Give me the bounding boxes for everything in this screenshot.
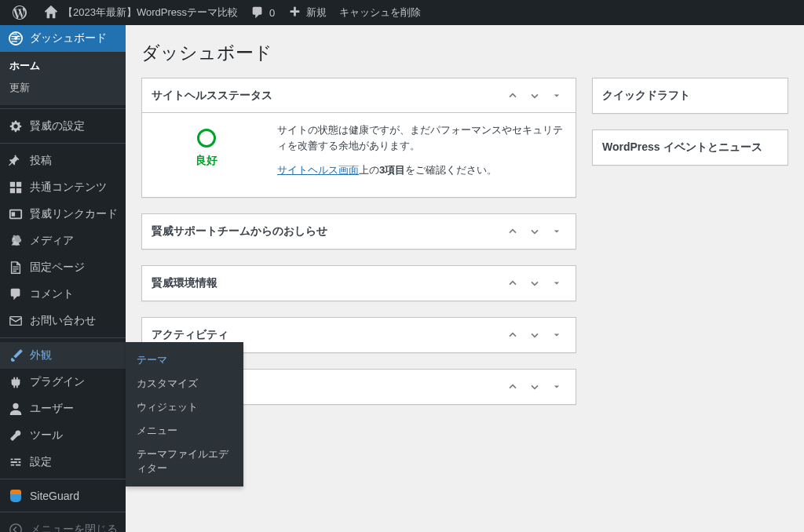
menu-label: 投稿 xyxy=(30,154,118,168)
postbox-actions xyxy=(503,377,566,396)
svg-point-10 xyxy=(13,403,18,409)
site-health-body: 良好 サイトの状態は健康ですが、まだパフォーマンスやセキュリティを改善する余地が… xyxy=(142,113,576,197)
flyout-themes[interactable]: テーマ xyxy=(126,348,243,372)
cache-label: キャッシュを削除 xyxy=(339,5,421,20)
menu-posts[interactable]: 投稿 xyxy=(0,148,126,174)
media-icon xyxy=(8,234,24,248)
postbox-title: 賢威サポートチームからのおしらせ xyxy=(152,224,503,239)
svg-rect-3 xyxy=(16,182,21,187)
postbox-actions xyxy=(503,326,566,344)
menu-users[interactable]: ユーザー xyxy=(0,395,126,422)
health-description: サイトの状態は健康ですが、まだパフォーマンスやセキュリティを改善する余地がありま… xyxy=(277,122,566,153)
menu-label: 賢威の設定 xyxy=(30,119,118,133)
menu-media[interactable]: メディア xyxy=(0,228,126,254)
postbox-quick-draft: クイックドラフト xyxy=(592,78,788,114)
new-label: 新規 xyxy=(306,5,327,20)
health-circle-icon xyxy=(197,129,216,148)
menu-separator xyxy=(0,105,126,109)
menu-label: ツール xyxy=(30,428,118,436)
svg-point-8 xyxy=(13,238,16,241)
toggle-button[interactable] xyxy=(547,274,566,293)
menu-label: メディア xyxy=(30,234,118,248)
user-icon xyxy=(8,402,24,416)
menu-separator xyxy=(0,140,126,144)
submenu-home[interactable]: ホーム xyxy=(0,55,126,77)
toggle-button[interactable] xyxy=(547,86,566,105)
menu-dashboard[interactable]: ダッシュボード xyxy=(0,25,126,52)
move-down-button[interactable] xyxy=(525,274,544,293)
postbox-keni-support: 賢威サポートチームからのおしらせ xyxy=(141,213,576,250)
postbox-site-health: サイトヘルスステータス 良好 サイトの状態は健康ですが、まだパフォーマンスやセキ… xyxy=(141,78,576,198)
move-up-button[interactable] xyxy=(503,274,522,293)
health-indicator: 良好 xyxy=(152,122,261,168)
menu-label: 共通コンテンツ xyxy=(30,180,118,195)
move-up-button[interactable] xyxy=(503,222,522,241)
wrench-icon xyxy=(8,428,24,436)
submenu-dashboard: ホーム 更新 xyxy=(0,52,126,105)
flyout-menus[interactable]: メニュー xyxy=(126,419,243,436)
toggle-button[interactable] xyxy=(547,326,566,344)
comments-link[interactable]: 0 xyxy=(244,0,281,25)
menu-keni-linkcard[interactable]: 賢威リンクカード xyxy=(0,201,126,228)
wp-logo[interactable] xyxy=(6,0,38,25)
move-down-button[interactable] xyxy=(525,326,544,344)
home-icon xyxy=(44,5,58,20)
toggle-button[interactable] xyxy=(547,222,566,241)
admin-bar: 【2023年最新】WordPressテーマ比較 0 新規 キャッシュを削除 xyxy=(0,0,804,25)
postbox-header: WordPress イベントとニュース xyxy=(593,130,788,165)
menu-label: ダッシュボード xyxy=(30,31,118,46)
menu-keni-settings[interactable]: 賢威の設定 xyxy=(0,113,126,140)
menu-appearance[interactable]: 外観 テーマ カスタマイズ ウィジェット メニュー テーマファイルエディター xyxy=(0,342,126,369)
move-up-button[interactable] xyxy=(503,326,522,344)
gear-icon xyxy=(8,119,24,133)
move-up-button[interactable] xyxy=(503,86,522,105)
dashboard-icon xyxy=(8,31,24,46)
health-status: 良好 xyxy=(152,154,261,168)
page-icon xyxy=(8,261,24,275)
cache-clear-link[interactable]: キャッシュを削除 xyxy=(333,0,427,25)
move-down-button[interactable] xyxy=(525,377,544,396)
plugin-icon xyxy=(8,375,24,389)
menu-pages[interactable]: 固定ページ xyxy=(0,254,126,281)
plus-icon xyxy=(287,5,302,20)
toggle-button[interactable] xyxy=(547,377,566,396)
move-down-button[interactable] xyxy=(525,86,544,105)
page-title: ダッシュボード xyxy=(141,41,788,65)
health-text: サイトの状態は健康ですが、まだパフォーマンスやセキュリティを改善する余地がありま… xyxy=(277,122,566,188)
menu-label: 賢威リンクカード xyxy=(30,207,118,221)
menu-label: ユーザー xyxy=(30,402,118,416)
menu-tools[interactable]: ツール xyxy=(0,422,126,436)
svg-rect-5 xyxy=(16,188,21,193)
mail-icon xyxy=(8,314,24,328)
comment-count: 0 xyxy=(269,7,275,19)
new-content-link[interactable]: 新規 xyxy=(281,0,333,25)
comment-icon xyxy=(8,287,24,301)
menu-comments[interactable]: コメント xyxy=(0,281,126,308)
postbox-actions xyxy=(503,222,566,241)
postbox-header: 賢威環境情報 xyxy=(142,266,576,301)
svg-point-1 xyxy=(14,37,17,40)
postbox-events-news: WordPress イベントとニュース xyxy=(592,129,788,166)
submenu-updates[interactable]: 更新 xyxy=(0,77,126,99)
svg-rect-9 xyxy=(10,317,21,326)
postbox-title: 賢威環境情報 xyxy=(152,276,503,290)
comment-icon xyxy=(250,5,265,20)
site-home-link[interactable]: 【2023年最新】WordPressテーマ比較 xyxy=(38,0,244,25)
flyout-customize[interactable]: カスタマイズ xyxy=(126,372,243,395)
postbox-header: クイックドラフト xyxy=(593,78,788,113)
postbox-title: WordPress イベントとニュース xyxy=(602,140,778,155)
menu-label: プラグイン xyxy=(30,375,118,389)
menu-label: お問い合わせ xyxy=(30,314,118,328)
menu-plugins[interactable]: プラグイン xyxy=(0,369,126,395)
flyout-appearance: テーマ カスタマイズ ウィジェット メニュー テーマファイルエディター xyxy=(126,342,243,436)
menu-contact[interactable]: お問い合わせ xyxy=(0,308,126,334)
flyout-widgets[interactable]: ウィジェット xyxy=(126,395,243,419)
menu-common-contents[interactable]: 共通コンテンツ xyxy=(0,174,126,201)
move-up-button[interactable] xyxy=(503,377,522,396)
admin-sidebar: ダッシュボード ホーム 更新 賢威の設定 投稿 共通コンテンツ 賢威リンクカード… xyxy=(0,25,126,436)
menu-label: 外観 xyxy=(30,348,118,363)
postbox-header: 賢威サポートチームからのおしらせ xyxy=(142,214,576,249)
site-health-link[interactable]: サイトヘルス画面 xyxy=(277,164,359,176)
health-link-line: サイトヘルス画面上の3項目をご確認ください。 xyxy=(277,162,566,178)
move-down-button[interactable] xyxy=(525,222,544,241)
